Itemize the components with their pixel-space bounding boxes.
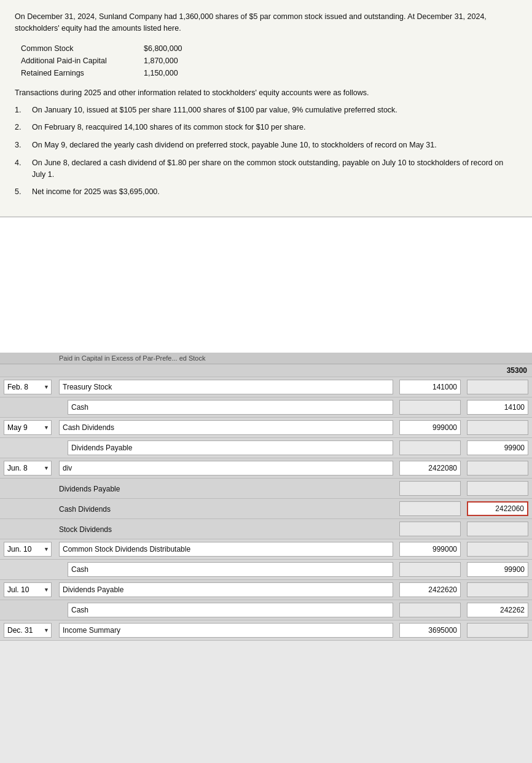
equity-row-common: Common Stock $6,800,000	[21, 44, 517, 53]
debit-input[interactable]	[399, 420, 461, 435]
transactions-header: Transactions during 2025 and other infor…	[15, 88, 517, 97]
list-item: 2. On February 8, reacquired 14,100 shar…	[15, 122, 517, 133]
account-cell[interactable]	[55, 620, 397, 640]
date-select-feb8[interactable]: Feb. 8	[4, 380, 52, 394]
tx-text-5: Net income for 2025 was $3,695,000.	[32, 186, 517, 198]
debit-display	[399, 400, 461, 415]
debit-cell[interactable]	[397, 418, 464, 437]
debit-cell-empty	[397, 519, 464, 539]
credit-cell[interactable]	[464, 560, 532, 579]
date-select-dec31[interactable]: Dec. 31	[4, 623, 52, 638]
account-cell-indented[interactable]	[55, 560, 397, 579]
date-select-jun10[interactable]: Jun. 10	[4, 542, 52, 557]
account-input-divpay3[interactable]	[59, 582, 393, 597]
account-cell[interactable]: Stock Dividends	[55, 522, 397, 536]
debit-cell[interactable]	[397, 458, 464, 478]
debit-cell[interactable]	[397, 580, 464, 600]
account-input-cashdiv[interactable]	[59, 420, 393, 435]
account-cell-indented[interactable]	[55, 438, 397, 458]
tx-num-2: 2.	[15, 122, 32, 133]
debit-cell-empty	[397, 600, 464, 620]
tx-text-3: On May 9, declared the yearly cash divid…	[32, 139, 517, 151]
debit-input-jul10[interactable]	[399, 582, 461, 597]
date-select-jun8[interactable]: Jun. 8	[4, 461, 52, 475]
col-header-debit	[393, 354, 461, 362]
credit-input[interactable]	[467, 400, 528, 415]
account-cell[interactable]	[55, 539, 397, 559]
account-input-cash2[interactable]	[68, 562, 393, 577]
debit-cell-empty	[397, 438, 464, 458]
credit-cell-empty	[464, 418, 532, 437]
debit-input[interactable]	[399, 380, 461, 394]
debit-cell-empty	[397, 499, 464, 518]
account-cell[interactable]	[55, 458, 397, 478]
credit-display	[467, 380, 528, 394]
credit-cell-empty	[464, 580, 532, 600]
tx-num-5: 5.	[15, 186, 32, 198]
account-input-cash[interactable]	[68, 400, 393, 415]
debit-cell[interactable]	[397, 377, 464, 397]
date-cell-empty	[0, 506, 55, 511]
account-input-csdist[interactable]	[59, 542, 393, 557]
debit-input-dec31[interactable]	[399, 623, 461, 638]
account-cell[interactable]	[55, 377, 397, 397]
date-cell-empty	[0, 567, 55, 572]
account-cell-indented[interactable]	[55, 600, 397, 620]
tx-text-4: On June 8, declared a cash dividend of $…	[32, 157, 517, 181]
credit-display	[467, 582, 528, 597]
account-label-cashdiv2: Cash Dividends	[59, 505, 111, 514]
credit-input-jun8-highlighted[interactable]	[467, 501, 528, 516]
journal-row	[0, 438, 532, 458]
account-input-incsumm[interactable]	[59, 623, 393, 638]
equity-label-re: Retained Earnings	[21, 69, 144, 77]
account-cell-indented[interactable]	[55, 397, 397, 417]
date-cell[interactable]: Jun. 10 ▼	[0, 539, 55, 559]
transaction-list: 1. On January 10, issued at $105 per sha…	[15, 104, 517, 198]
date-select-may9[interactable]: May 9	[4, 420, 52, 435]
account-cell[interactable]	[55, 418, 397, 437]
journal-row: Jun. 8 ▼	[0, 458, 532, 479]
account-cell[interactable]: Dividends Payable	[55, 482, 397, 496]
credit-input-jul10[interactable]	[467, 603, 528, 617]
date-cell[interactable]: Feb. 8 ▼	[0, 377, 55, 397]
date-cell[interactable]: Jul. 10 ▼	[0, 580, 55, 600]
equity-value-common: $6,800,000	[144, 44, 182, 53]
date-cell[interactable]: Jun. 8 ▼	[0, 458, 55, 478]
credit-cell[interactable]	[464, 600, 532, 620]
equity-value-re: 1,150,000	[144, 69, 178, 77]
credit-display	[467, 522, 528, 536]
debit-input-jun8[interactable]	[399, 461, 461, 475]
credit-display	[467, 461, 528, 475]
account-cell[interactable]: Cash Dividends	[55, 502, 397, 516]
date-select-jul10[interactable]: Jul. 10	[4, 582, 52, 597]
debit-cell-empty	[397, 560, 464, 579]
debit-display	[399, 603, 461, 617]
account-input-divpay[interactable]	[68, 440, 393, 455]
credit-display	[467, 542, 528, 557]
credit-cell[interactable]	[464, 438, 532, 458]
credit-input-jun10[interactable]	[467, 562, 528, 577]
list-item: 5. Net income for 2025 was $3,695,000.	[15, 186, 517, 198]
credit-display	[467, 481, 528, 496]
debit-cell[interactable]	[397, 620, 464, 640]
date-cell[interactable]: Dec. 31 ▼	[0, 620, 55, 640]
account-cell[interactable]	[55, 580, 397, 600]
journal-row: Dividends Payable	[0, 479, 532, 499]
debit-input-jun10[interactable]	[399, 542, 461, 557]
credit-display	[467, 623, 528, 638]
date-cell[interactable]: May 9 ▼	[0, 418, 55, 437]
account-input-div[interactable]	[59, 461, 393, 475]
credit-cell[interactable]	[464, 397, 532, 417]
credit-cell-empty	[464, 519, 532, 539]
journal-row	[0, 560, 532, 580]
tx-text-2: On February 8, reacquired 14,100 shares …	[32, 122, 517, 133]
credit-cell[interactable]	[464, 499, 532, 518]
account-input[interactable]	[59, 380, 393, 394]
credit-input[interactable]	[467, 440, 528, 455]
journal-row: Stock Dividends	[0, 519, 532, 539]
list-item: 1. On January 10, issued at $105 per sha…	[15, 104, 517, 116]
date-cell-empty	[0, 486, 55, 491]
account-input-cash3[interactable]	[68, 603, 393, 617]
credit-cell-empty	[464, 620, 532, 640]
debit-cell[interactable]	[397, 539, 464, 559]
